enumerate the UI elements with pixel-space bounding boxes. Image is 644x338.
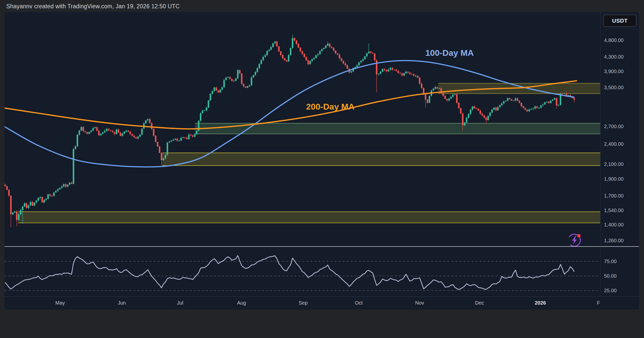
- candle: [493, 107, 495, 110]
- candle: [200, 112, 202, 122]
- candle: [315, 54, 317, 59]
- candle: [75, 146, 76, 150]
- candle: [53, 192, 55, 197]
- flash-alert-button[interactable]: [568, 234, 581, 246]
- candle: [155, 135, 156, 142]
- ma200-annotation: 200-Day MA: [306, 102, 355, 112]
- candle: [550, 100, 551, 104]
- price-axis-label: 2,700.00: [604, 123, 624, 129]
- candle: [513, 100, 514, 101]
- candle: [39, 197, 41, 199]
- candle: [126, 130, 127, 133]
- candle: [382, 68, 383, 72]
- candle: [544, 102, 546, 105]
- currency-toggle-button[interactable]: USDT: [603, 15, 636, 27]
- candle: [216, 86, 217, 91]
- candle: [61, 185, 62, 189]
- candle: [343, 60, 344, 64]
- candle: [548, 101, 549, 104]
- price-axis-label: 1,540.00: [604, 208, 624, 213]
- candle: [372, 52, 374, 54]
- candle: [235, 78, 236, 81]
- candle: [57, 188, 59, 192]
- pane-separator[interactable]: [5, 246, 639, 247]
- candle: [474, 105, 475, 109]
- candle: [14, 211, 16, 213]
- price-axis[interactable]: 3,227.90 11:09:06 4,800.004,300.003,900.…: [600, 12, 639, 297]
- candle: [491, 109, 493, 113]
- candle: [196, 130, 197, 135]
- candle: [384, 68, 385, 71]
- candle: [161, 152, 162, 165]
- candle: [478, 108, 479, 111]
- candle: [264, 54, 266, 58]
- candle: [120, 131, 121, 136]
- candle: [87, 132, 88, 134]
- candle: [409, 72, 411, 75]
- candle: [106, 128, 107, 132]
- candle: [73, 148, 74, 184]
- candle: [133, 134, 135, 138]
- candle: [65, 183, 66, 188]
- footer: TradingView: [0, 310, 644, 338]
- candle: [167, 142, 168, 156]
- candle: [405, 70, 407, 74]
- candle: [128, 130, 129, 132]
- rsi-pane[interactable]: [5, 256, 600, 291]
- candle: [522, 106, 524, 109]
- candle: [298, 43, 299, 48]
- candle: [10, 195, 12, 227]
- candle: [407, 71, 409, 74]
- candle: [83, 126, 84, 132]
- candle: [413, 73, 415, 76]
- candle: [507, 97, 508, 102]
- candle: [231, 78, 233, 82]
- candle: [554, 98, 555, 100]
- candle: [307, 59, 309, 65]
- candle: [509, 97, 510, 100]
- candle: [296, 40, 297, 45]
- candle: [169, 141, 170, 143]
- time-axis-label-sep: Sep: [299, 300, 308, 306]
- candle: [206, 106, 207, 112]
- candle: [178, 139, 180, 141]
- candle: [530, 108, 532, 110]
- candle: [80, 127, 82, 131]
- candle: [337, 53, 338, 55]
- candle: [427, 99, 428, 104]
- candle: [100, 133, 102, 136]
- candle: [429, 95, 430, 103]
- candle: [333, 47, 334, 52]
- main-chart-pane[interactable]: [4, 34, 600, 227]
- candle: [130, 131, 131, 135]
- price-axis-label: 4,800.00: [604, 37, 624, 43]
- candle: [290, 47, 291, 56]
- candle: [229, 76, 231, 80]
- page: Shayannv created with TradingView.com, J…: [0, 0, 644, 338]
- candle: [505, 100, 506, 102]
- candle: [286, 60, 288, 62]
- candle: [253, 75, 254, 78]
- candle: [104, 129, 106, 133]
- candle: [525, 108, 526, 111]
- candle: [276, 40, 278, 47]
- candle: [219, 89, 221, 93]
- candle: [63, 183, 64, 187]
- candle: [517, 97, 518, 101]
- candle: [78, 130, 80, 136]
- candle: [24, 202, 25, 207]
- support-2570-2760: [195, 123, 600, 134]
- candle: [309, 60, 311, 65]
- candle: [28, 205, 29, 209]
- candle: [552, 99, 553, 101]
- candle: [212, 90, 213, 94]
- candle: [257, 67, 258, 73]
- candle: [139, 134, 141, 137]
- chart-canvas[interactable]: [0, 0, 644, 338]
- candle: [192, 134, 193, 137]
- candle: [278, 46, 280, 52]
- time-axis[interactable]: MayJunJulAugSepOctNovDec2026Feb: [5, 298, 600, 309]
- candle: [71, 182, 72, 184]
- candle: [527, 109, 528, 112]
- candle: [227, 76, 229, 78]
